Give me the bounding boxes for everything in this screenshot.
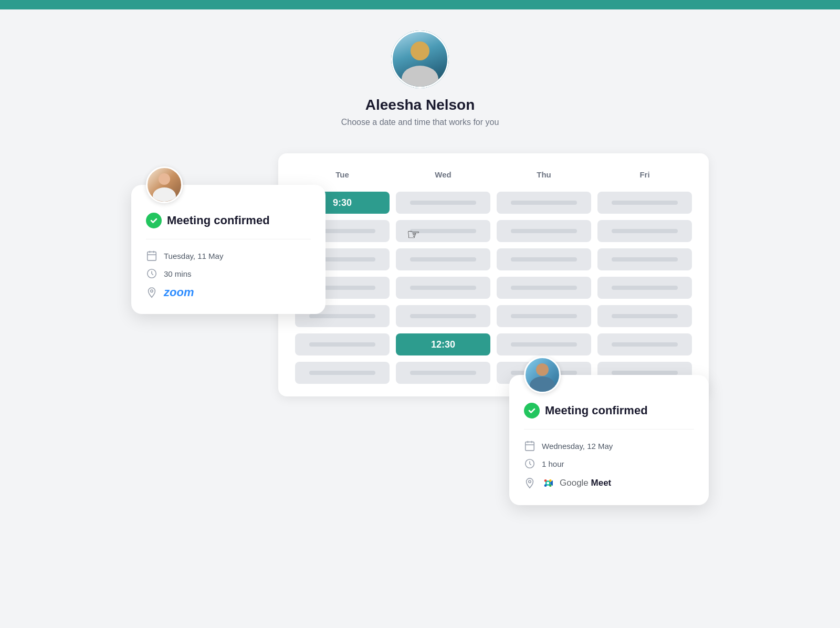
profile-subtitle: Choose a date and time that works for yo…: [341, 118, 499, 127]
time-slot-wed-1[interactable]: [396, 192, 490, 214]
day-header-fri: Fri: [597, 166, 692, 183]
time-slot-tue-7[interactable]: [295, 362, 390, 384]
svg-rect-6: [526, 442, 534, 451]
card-left-avatar: [146, 166, 183, 203]
time-slot-wed-5[interactable]: [396, 305, 490, 327]
time-slot-thu-2[interactable]: [497, 220, 591, 242]
card-right-content: Meeting confirmed Wednesday, 12 May: [524, 403, 694, 490]
time-slot-wed-7[interactable]: [396, 362, 490, 384]
card-left-duration: 30 mins: [164, 269, 192, 278]
card-right-confirmed-row: Meeting confirmed: [524, 403, 694, 430]
time-slot-tue-6[interactable]: [295, 333, 390, 355]
card-left-location: zoom: [164, 286, 194, 299]
card-left-avatar-container: [146, 166, 183, 203]
svg-point-15: [549, 479, 552, 482]
time-slot-wed-2[interactable]: [396, 220, 490, 242]
check-icon: [146, 213, 162, 228]
time-slot-fri-2[interactable]: [597, 220, 692, 242]
main-container: Aleesha Nelson Choose a date and time th…: [105, 9, 735, 531]
profile-avatar: [391, 30, 449, 88]
time-slot-fri-1[interactable]: [597, 192, 692, 214]
card-left-content: Meeting confirmed Tuesday, 11 May: [146, 213, 311, 299]
card-right-duration: 1 hour: [542, 459, 564, 468]
google-meet-logo: Google Meet: [542, 476, 611, 490]
card-left-details: Tuesday, 11 May 30 mins: [146, 250, 311, 299]
time-slot-thu-4[interactable]: [497, 277, 591, 299]
day-header-thu: Thu: [497, 166, 591, 183]
time-slot-thu-6[interactable]: [497, 333, 591, 355]
avatar-image: [391, 30, 449, 88]
google-meet-text: Google Meet: [560, 478, 611, 488]
time-slots-grid: 9:30: [295, 192, 692, 384]
profile-section: Aleesha Nelson Choose a date and time th…: [105, 9, 735, 143]
profile-name: Aleesha Nelson: [365, 97, 475, 113]
time-slot-thu-1[interactable]: [497, 192, 591, 214]
svg-point-5: [151, 290, 153, 292]
calendar-grid: Tue Wed Thu Fri 9:30: [278, 153, 709, 396]
check-icon-right: [524, 403, 540, 418]
time-slot-thu-3[interactable]: [497, 248, 591, 270]
card-right-location-row: Google Meet: [524, 476, 694, 490]
svg-rect-0: [148, 252, 156, 261]
card-left-duration-row: 30 mins: [146, 268, 311, 279]
svg-rect-13: [547, 482, 549, 485]
card-right-title: Meeting confirmed: [545, 404, 648, 417]
time-slot-wed-3[interactable]: [396, 248, 490, 270]
time-slot-wed-4[interactable]: [396, 277, 490, 299]
svg-point-16: [549, 484, 552, 487]
time-slot-fri-6[interactable]: [597, 333, 692, 355]
card-right-details: Wednesday, 12 May 1 hour: [524, 440, 694, 490]
card-left-date: Tuesday, 11 May: [164, 252, 223, 260]
card-left-confirmed-row: Meeting confirmed: [146, 213, 311, 239]
time-slot-fri-5[interactable]: [597, 305, 692, 327]
top-bar: [0, 0, 840, 9]
card-left-location-row: zoom: [146, 286, 311, 299]
card-left-title: Meeting confirmed: [167, 214, 270, 227]
svg-point-14: [544, 479, 547, 482]
card-right: Meeting confirmed Wednesday, 12 May: [509, 375, 709, 505]
time-slot-thu-5[interactable]: [497, 305, 591, 327]
day-headers: Tue Wed Thu Fri: [295, 166, 692, 183]
card-left-date-row: Tuesday, 11 May: [146, 250, 311, 261]
svg-point-11: [529, 480, 531, 483]
card-right-avatar: [524, 357, 561, 393]
day-header-wed: Wed: [396, 166, 490, 183]
svg-point-17: [544, 484, 547, 487]
card-right-date-row: Wednesday, 12 May: [524, 440, 694, 452]
card-left: Meeting confirmed Tuesday, 11 May: [131, 185, 326, 314]
day-header-tue: Tue: [295, 166, 390, 183]
time-slot-fri-3[interactable]: [597, 248, 692, 270]
card-right-date: Wednesday, 12 May: [542, 442, 613, 451]
card-right-duration-row: 1 hour: [524, 458, 694, 469]
time-slot-wed-1230[interactable]: 12:30: [396, 333, 490, 355]
time-slot-fri-4[interactable]: [597, 277, 692, 299]
card-right-avatar-container: [524, 357, 561, 393]
google-meet-icon: [542, 476, 556, 490]
calendar-area: Tue Wed Thu Fri 9:30: [131, 153, 709, 521]
